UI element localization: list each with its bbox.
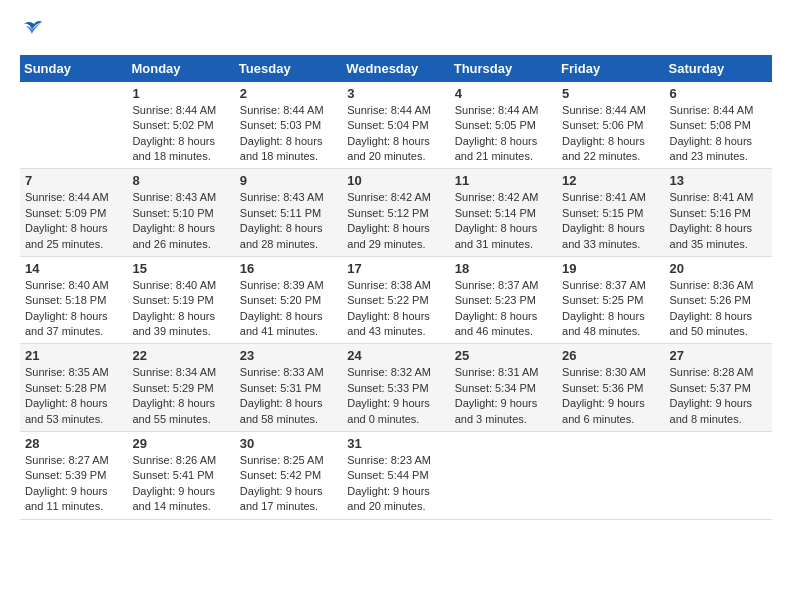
day-cell: 30Sunrise: 8:25 AMSunset: 5:42 PMDayligh… bbox=[235, 432, 342, 520]
day-cell bbox=[665, 432, 772, 520]
logo bbox=[20, 20, 46, 45]
day-info: Sunrise: 8:37 AMSunset: 5:25 PMDaylight:… bbox=[562, 278, 659, 340]
day-cell: 8Sunrise: 8:43 AMSunset: 5:10 PMDaylight… bbox=[127, 169, 234, 257]
day-info: Sunrise: 8:40 AMSunset: 5:18 PMDaylight:… bbox=[25, 278, 122, 340]
day-number: 29 bbox=[132, 436, 229, 451]
day-cell: 27Sunrise: 8:28 AMSunset: 5:37 PMDayligh… bbox=[665, 344, 772, 432]
day-info: Sunrise: 8:44 AMSunset: 5:05 PMDaylight:… bbox=[455, 103, 552, 165]
day-cell: 19Sunrise: 8:37 AMSunset: 5:25 PMDayligh… bbox=[557, 256, 664, 344]
day-cell: 31Sunrise: 8:23 AMSunset: 5:44 PMDayligh… bbox=[342, 432, 449, 520]
day-cell: 12Sunrise: 8:41 AMSunset: 5:15 PMDayligh… bbox=[557, 169, 664, 257]
day-number: 16 bbox=[240, 261, 337, 276]
day-number: 14 bbox=[25, 261, 122, 276]
weekday-header-wednesday: Wednesday bbox=[342, 55, 449, 82]
day-info: Sunrise: 8:44 AMSunset: 5:08 PMDaylight:… bbox=[670, 103, 767, 165]
day-cell: 13Sunrise: 8:41 AMSunset: 5:16 PMDayligh… bbox=[665, 169, 772, 257]
day-number: 18 bbox=[455, 261, 552, 276]
day-cell: 9Sunrise: 8:43 AMSunset: 5:11 PMDaylight… bbox=[235, 169, 342, 257]
day-number: 9 bbox=[240, 173, 337, 188]
day-cell: 16Sunrise: 8:39 AMSunset: 5:20 PMDayligh… bbox=[235, 256, 342, 344]
day-cell: 28Sunrise: 8:27 AMSunset: 5:39 PMDayligh… bbox=[20, 432, 127, 520]
day-info: Sunrise: 8:28 AMSunset: 5:37 PMDaylight:… bbox=[670, 365, 767, 427]
day-number: 19 bbox=[562, 261, 659, 276]
day-cell: 23Sunrise: 8:33 AMSunset: 5:31 PMDayligh… bbox=[235, 344, 342, 432]
day-info: Sunrise: 8:43 AMSunset: 5:11 PMDaylight:… bbox=[240, 190, 337, 252]
calendar-table: SundayMondayTuesdayWednesdayThursdayFrid… bbox=[20, 55, 772, 520]
day-number: 1 bbox=[132, 86, 229, 101]
day-info: Sunrise: 8:27 AMSunset: 5:39 PMDaylight:… bbox=[25, 453, 122, 515]
day-cell: 22Sunrise: 8:34 AMSunset: 5:29 PMDayligh… bbox=[127, 344, 234, 432]
day-info: Sunrise: 8:41 AMSunset: 5:16 PMDaylight:… bbox=[670, 190, 767, 252]
day-cell: 14Sunrise: 8:40 AMSunset: 5:18 PMDayligh… bbox=[20, 256, 127, 344]
day-cell: 1Sunrise: 8:44 AMSunset: 5:02 PMDaylight… bbox=[127, 82, 234, 169]
weekday-header-thursday: Thursday bbox=[450, 55, 557, 82]
page-header bbox=[20, 20, 772, 45]
day-info: Sunrise: 8:38 AMSunset: 5:22 PMDaylight:… bbox=[347, 278, 444, 340]
day-number: 13 bbox=[670, 173, 767, 188]
day-cell bbox=[557, 432, 664, 520]
day-info: Sunrise: 8:43 AMSunset: 5:10 PMDaylight:… bbox=[132, 190, 229, 252]
day-info: Sunrise: 8:30 AMSunset: 5:36 PMDaylight:… bbox=[562, 365, 659, 427]
day-number: 12 bbox=[562, 173, 659, 188]
day-cell: 7Sunrise: 8:44 AMSunset: 5:09 PMDaylight… bbox=[20, 169, 127, 257]
day-cell bbox=[20, 82, 127, 169]
day-cell bbox=[450, 432, 557, 520]
day-number: 23 bbox=[240, 348, 337, 363]
day-number: 30 bbox=[240, 436, 337, 451]
day-info: Sunrise: 8:26 AMSunset: 5:41 PMDaylight:… bbox=[132, 453, 229, 515]
day-number: 25 bbox=[455, 348, 552, 363]
week-row-2: 7Sunrise: 8:44 AMSunset: 5:09 PMDaylight… bbox=[20, 169, 772, 257]
day-number: 28 bbox=[25, 436, 122, 451]
week-row-1: 1Sunrise: 8:44 AMSunset: 5:02 PMDaylight… bbox=[20, 82, 772, 169]
day-number: 10 bbox=[347, 173, 444, 188]
day-info: Sunrise: 8:44 AMSunset: 5:04 PMDaylight:… bbox=[347, 103, 444, 165]
day-info: Sunrise: 8:36 AMSunset: 5:26 PMDaylight:… bbox=[670, 278, 767, 340]
day-info: Sunrise: 8:42 AMSunset: 5:12 PMDaylight:… bbox=[347, 190, 444, 252]
bird-icon bbox=[22, 20, 46, 40]
day-number: 15 bbox=[132, 261, 229, 276]
weekday-header-tuesday: Tuesday bbox=[235, 55, 342, 82]
day-info: Sunrise: 8:44 AMSunset: 5:09 PMDaylight:… bbox=[25, 190, 122, 252]
day-cell: 18Sunrise: 8:37 AMSunset: 5:23 PMDayligh… bbox=[450, 256, 557, 344]
day-number: 27 bbox=[670, 348, 767, 363]
day-number: 20 bbox=[670, 261, 767, 276]
weekday-header-row: SundayMondayTuesdayWednesdayThursdayFrid… bbox=[20, 55, 772, 82]
day-cell: 4Sunrise: 8:44 AMSunset: 5:05 PMDaylight… bbox=[450, 82, 557, 169]
day-info: Sunrise: 8:35 AMSunset: 5:28 PMDaylight:… bbox=[25, 365, 122, 427]
day-number: 26 bbox=[562, 348, 659, 363]
day-info: Sunrise: 8:37 AMSunset: 5:23 PMDaylight:… bbox=[455, 278, 552, 340]
day-cell: 26Sunrise: 8:30 AMSunset: 5:36 PMDayligh… bbox=[557, 344, 664, 432]
day-info: Sunrise: 8:40 AMSunset: 5:19 PMDaylight:… bbox=[132, 278, 229, 340]
day-info: Sunrise: 8:33 AMSunset: 5:31 PMDaylight:… bbox=[240, 365, 337, 427]
day-number: 5 bbox=[562, 86, 659, 101]
day-cell: 5Sunrise: 8:44 AMSunset: 5:06 PMDaylight… bbox=[557, 82, 664, 169]
day-number: 3 bbox=[347, 86, 444, 101]
day-number: 21 bbox=[25, 348, 122, 363]
weekday-header-sunday: Sunday bbox=[20, 55, 127, 82]
day-number: 11 bbox=[455, 173, 552, 188]
day-number: 17 bbox=[347, 261, 444, 276]
day-info: Sunrise: 8:23 AMSunset: 5:44 PMDaylight:… bbox=[347, 453, 444, 515]
day-cell: 15Sunrise: 8:40 AMSunset: 5:19 PMDayligh… bbox=[127, 256, 234, 344]
day-info: Sunrise: 8:44 AMSunset: 5:06 PMDaylight:… bbox=[562, 103, 659, 165]
day-info: Sunrise: 8:32 AMSunset: 5:33 PMDaylight:… bbox=[347, 365, 444, 427]
weekday-header-saturday: Saturday bbox=[665, 55, 772, 82]
day-info: Sunrise: 8:44 AMSunset: 5:02 PMDaylight:… bbox=[132, 103, 229, 165]
day-number: 24 bbox=[347, 348, 444, 363]
day-info: Sunrise: 8:41 AMSunset: 5:15 PMDaylight:… bbox=[562, 190, 659, 252]
day-cell: 29Sunrise: 8:26 AMSunset: 5:41 PMDayligh… bbox=[127, 432, 234, 520]
day-number: 8 bbox=[132, 173, 229, 188]
day-cell: 3Sunrise: 8:44 AMSunset: 5:04 PMDaylight… bbox=[342, 82, 449, 169]
day-cell: 20Sunrise: 8:36 AMSunset: 5:26 PMDayligh… bbox=[665, 256, 772, 344]
day-number: 31 bbox=[347, 436, 444, 451]
day-info: Sunrise: 8:39 AMSunset: 5:20 PMDaylight:… bbox=[240, 278, 337, 340]
day-cell: 2Sunrise: 8:44 AMSunset: 5:03 PMDaylight… bbox=[235, 82, 342, 169]
weekday-header-friday: Friday bbox=[557, 55, 664, 82]
week-row-4: 21Sunrise: 8:35 AMSunset: 5:28 PMDayligh… bbox=[20, 344, 772, 432]
day-info: Sunrise: 8:31 AMSunset: 5:34 PMDaylight:… bbox=[455, 365, 552, 427]
day-cell: 11Sunrise: 8:42 AMSunset: 5:14 PMDayligh… bbox=[450, 169, 557, 257]
day-number: 2 bbox=[240, 86, 337, 101]
day-cell: 6Sunrise: 8:44 AMSunset: 5:08 PMDaylight… bbox=[665, 82, 772, 169]
day-number: 4 bbox=[455, 86, 552, 101]
day-number: 22 bbox=[132, 348, 229, 363]
